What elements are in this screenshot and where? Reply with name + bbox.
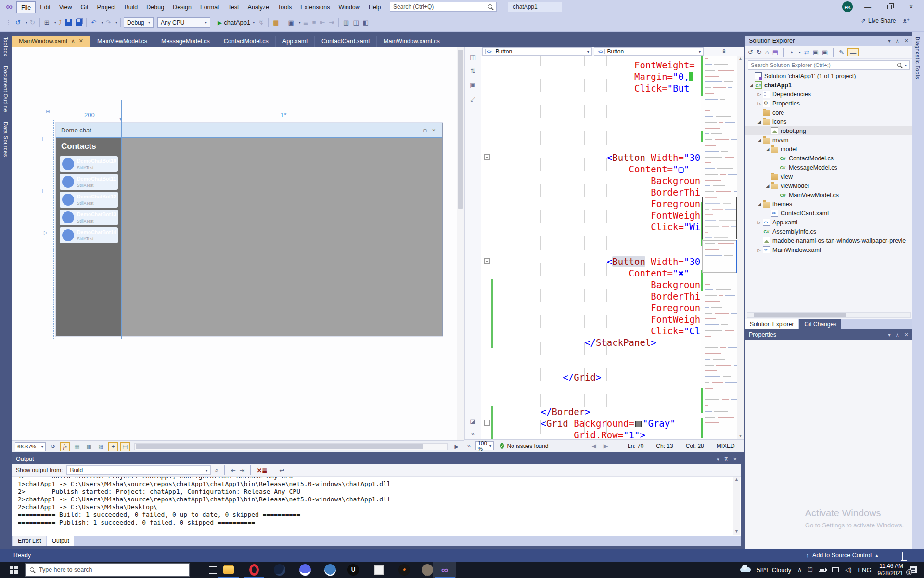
start-button[interactable] [5,562,23,578]
menu-tools[interactable]: Tools [273,1,296,13]
open-file-button[interactable]: ⤴ [57,17,64,28]
split-editor-handle[interactable]: ⇞ [705,47,744,56]
breadcrumb-element-2[interactable]: <>Button▾ [594,47,704,56]
chat-area[interactable] [122,138,443,336]
tab-document-outline[interactable]: Document Outline [3,61,9,117]
sync-with-active-document-icon[interactable]: ⇄ [804,49,809,56]
code-line[interactable]: Content="▢" [497,163,701,175]
code-line[interactable] [497,105,701,117]
contact-card[interactable]: DemoChatBot14StillATest [60,227,118,243]
minimap-viewport-box[interactable] [702,197,737,239]
properties-titlebar[interactable]: Properties ▾⊼✕ [745,329,912,340]
doc-tab-mainviewmodel.cs[interactable]: MainViewModel.cs [90,36,154,47]
code-line[interactable]: FontWeight= [497,210,701,221]
pin-icon[interactable]: ⊼ [71,38,75,44]
navigate-forward-button[interactable]: ↻ [28,17,37,28]
expander-closed-icon[interactable]: ▷ [756,248,763,252]
code-line[interactable] [497,383,701,394]
menu-help[interactable]: Help [364,1,385,13]
doc-tab-mainwindow.xaml.cs[interactable]: MainWindow.xaml.cs [377,36,447,47]
code-line[interactable] [497,394,701,406]
code-line[interactable]: BorderThick [497,186,701,198]
collapse-pane-icon[interactable]: ▣ [465,81,481,89]
tree-item-properties[interactable]: ▷Properties [745,99,912,108]
menu-view[interactable]: View [55,1,77,13]
uncomment-button[interactable]: ≡ [311,17,318,28]
editor-zoom-select[interactable]: 100 %▾ [475,441,494,450]
taskbar-app-terminal[interactable] [367,562,390,578]
forward-icon[interactable]: ↻ [757,49,762,56]
code-line[interactable]: Foreground= [497,198,701,210]
fold-marker[interactable]: – [484,258,490,264]
xaml-designer-button[interactable]: ▥ [342,17,350,28]
column-splitter-marker[interactable]: ▼ [118,117,123,122]
doc-tab-contactcard.xaml[interactable]: ContactCard.xaml [315,36,377,47]
xaml-designer-surface[interactable]: 200 1* ▼ ⊞ ▷ ⊦ ⊦ Demo chat – ▢ ✕ Contact… [12,47,464,440]
tab-diagnostic-tools[interactable]: Diagnostic Tools [915,32,921,84]
code-line[interactable]: Background= [497,279,701,290]
copy-icon[interactable]: ▣ [822,49,828,56]
home-icon[interactable]: ⌂ [765,49,769,56]
save-button[interactable] [64,17,73,28]
tab-git-changes[interactable]: Git Changes [799,319,841,329]
tab-data-sources[interactable]: Data Sources [3,117,9,162]
code-line[interactable]: <Button Width="30" [497,256,701,267]
code-line[interactable]: Grid.Row="1"> [497,429,701,439]
code-line[interactable]: <Grid Background="Gray" [497,418,701,429]
expander-open-icon[interactable]: ◢ [756,119,763,124]
tree-item-dependencies[interactable]: ▷Dependencies [745,90,912,99]
solution-explorer-titlebar[interactable]: Solution Explorer ▾⊼✕ [745,36,912,46]
expand-collapse-icon[interactable]: ◪ [465,418,481,425]
menu-design[interactable]: Design [168,1,196,13]
expander-closed-icon[interactable]: ▷ [756,101,763,106]
swap-panes-icon[interactable]: ⇅ [465,67,481,75]
user-avatar[interactable]: PK [842,1,853,12]
menu-format[interactable]: Format [196,1,224,13]
code-line[interactable]: Content="✖" [497,267,701,279]
tree-item-mainwindow-xaml[interactable]: ▷MainWindow.xaml [745,245,912,254]
menu-build[interactable]: Build [120,1,142,13]
hidden-icons-chevron[interactable]: ∧ [797,566,802,573]
redo-button[interactable]: ↷ [104,17,112,28]
code-line[interactable]: Click="But [497,82,701,94]
taskbar-app-godot[interactable] [319,562,342,578]
code-line[interactable]: Margin="0, [497,71,701,82]
pending-changes-filter-icon[interactable]: ◔ [789,49,793,56]
split-view-icon[interactable]: ◫ [465,53,481,61]
close-icon[interactable]: ✕ [733,456,737,462]
find-message-icon[interactable]: ⌕ [215,466,218,474]
nav-back-icon[interactable]: ◀ [592,443,596,449]
design-window[interactable]: Demo chat – ▢ ✕ Contacts DemoChatBot10St… [56,123,443,336]
designer-vertical-scrollbar[interactable] [457,47,464,440]
close-tab-icon[interactable]: ✕ [79,38,83,44]
tab-toolbox[interactable]: Toolbox [3,32,9,61]
weather-text[interactable]: 58°F Cloudy [757,566,792,574]
menu-git[interactable]: Git [77,1,93,13]
expander-open-icon[interactable]: ◢ [764,147,771,152]
taskbar-search-input[interactable]: Type here to search [25,563,190,577]
word-wrap-icon[interactable]: ↩ [279,467,284,474]
find-in-files-button[interactable]: ▣ [286,17,295,28]
menu-edit[interactable]: Edit [36,1,55,13]
tree-item-solution-chatapp1-1-of-1-project-[interactable]: Solution 'chatApp1' (1 of 1 project) [745,71,912,80]
code-line[interactable]: <Button Width="30" [497,152,701,163]
code-line[interactable] [497,244,701,256]
code-editor[interactable]: FontWeight=Margin="0,Click="But–<Button … [481,56,701,439]
back-icon[interactable]: ↺ [748,49,753,56]
tree-item-model[interactable]: ◢model [745,144,912,154]
tree-item-view[interactable]: view [745,172,912,181]
menu-analyze[interactable]: Analyze [244,1,273,13]
close-icon[interactable]: ✕ [904,332,909,338]
code-line[interactable]: Click="Wind [497,221,701,233]
solution-search-input[interactable]: Search Solution Explorer (Ctrl+;) ▾ [748,60,910,70]
hot-reload-button[interactable]: ↯ [257,17,265,28]
performance-profiler-button[interactable]: ▤ [271,17,280,28]
more-options-icon[interactable]: » [465,430,481,437]
doc-tab-contactmodel.cs[interactable]: ContactModel.cs [217,36,276,47]
pin-icon[interactable]: ⊼ [724,456,728,462]
tree-item-madobe-nanami-os-tan-windows-wallpaper-previe[interactable]: madobe-nanami-os-tan-windows-wallpaper-p… [745,236,912,245]
contact-card[interactable]: DemoChatBot13StillATest [60,210,118,225]
taskbar-app-steam[interactable] [268,562,291,578]
designer-horizontal-scrollbar[interactable] [134,443,448,450]
add-to-source-control-button[interactable]: ↑ Add to Source Control ▲ [806,549,879,562]
